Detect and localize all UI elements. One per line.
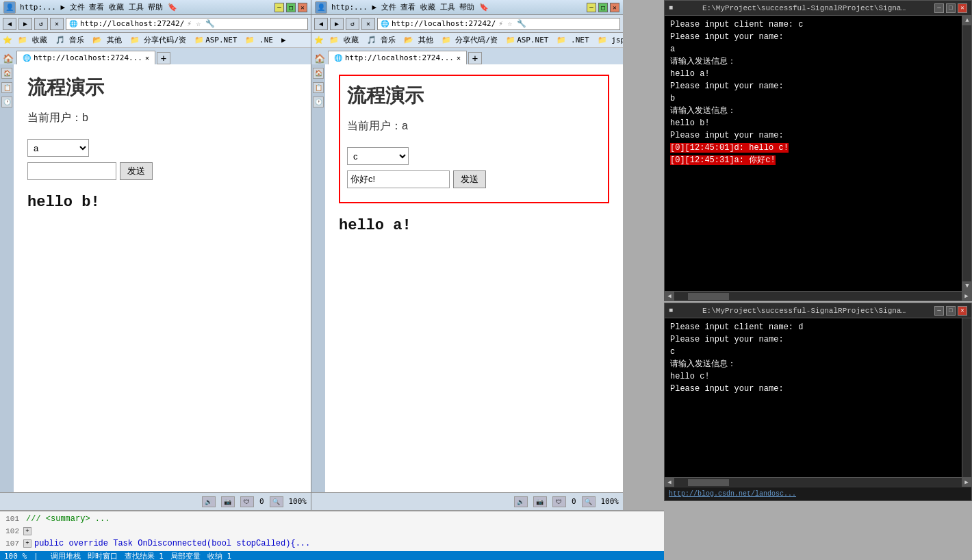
- tab-right-main[interactable]: 🌐 http://localhost:2724... ✕: [328, 51, 467, 64]
- stop-button-left[interactable]: ✕: [50, 18, 64, 30]
- browser-left-close[interactable]: ✕: [298, 3, 307, 12]
- tab-left-close[interactable]: ✕: [145, 54, 149, 62]
- hscroll-left-bot[interactable]: ◀: [665, 478, 674, 487]
- sidebar-icon-2-right[interactable]: 📋: [313, 82, 324, 93]
- bookmark-share-left[interactable]: 📁 分享代码/资: [127, 34, 189, 46]
- current-user-right: 当前用户：a: [347, 119, 601, 133]
- bookmark-aspnet-left[interactable]: 📁 ASP.NET: [192, 35, 240, 45]
- terminal-top-scrollbar[interactable]: ▲ ▼: [962, 16, 971, 291]
- bookmark-music-right[interactable]: 🎵 音乐: [364, 34, 399, 46]
- bookmark-favorites-left[interactable]: 📁 收藏: [15, 34, 50, 46]
- send-button-left[interactable]: 发送: [120, 162, 153, 180]
- term-top-line-4: hello a!: [670, 68, 956, 80]
- bookmark-ne-left[interactable]: 📁 .NE: [242, 35, 276, 45]
- expand-btn-102[interactable]: +: [23, 527, 31, 535]
- status-zoom-right[interactable]: 🔍: [582, 496, 596, 507]
- terminal-top-minimize[interactable]: ─: [934, 3, 944, 13]
- status-zoom-left[interactable]: 🔍: [270, 496, 283, 507]
- bookmark-favorites-right[interactable]: 📁 收藏: [327, 34, 361, 46]
- sidebar-icon-1-left[interactable]: 🏠: [1, 68, 12, 79]
- code-line-107: 107 + public override Task OnDisconnecte…: [0, 537, 664, 550]
- browser-left-maximize[interactable]: □: [286, 3, 296, 12]
- tab-add-right[interactable]: +: [468, 52, 482, 64]
- status-locals[interactable]: 局部变量: [170, 551, 201, 560]
- hscroll-right-top[interactable]: ▶: [962, 292, 971, 301]
- code-text-101: /// <summary> ...: [26, 514, 110, 524]
- tab-right-label: http://localhost:2724...: [345, 53, 454, 62]
- sidebar-icon-2-left[interactable]: 📋: [1, 82, 12, 93]
- message-input-left[interactable]: [27, 162, 116, 180]
- terminal-bottom-scrollbar[interactable]: [962, 318, 971, 477]
- browser-right-close[interactable]: ✕: [610, 3, 619, 12]
- bookmark-share-right[interactable]: 📁 分享代码/资: [439, 34, 500, 46]
- back-button-right[interactable]: ◀: [314, 18, 328, 30]
- status-immediate[interactable]: 即时窗口: [88, 551, 118, 560]
- refresh-button-left[interactable]: ↺: [34, 18, 48, 30]
- status-call-stack[interactable]: 调用堆栈: [51, 551, 81, 560]
- tab-right-close[interactable]: ✕: [457, 54, 461, 62]
- recipient-select-left[interactable]: a b c: [27, 139, 89, 157]
- code-lines: 101 /// <summary> ... 102 + 107 + public…: [0, 511, 664, 551]
- status-collect[interactable]: 收纳 1: [207, 551, 231, 560]
- browser-right: 👤 http:... ▶ 文件 查看 收藏 工具 帮助 🔖 ─ □ ✕ ◀ ▶ …: [311, 0, 623, 510]
- status-sound-right[interactable]: 🔊: [514, 496, 528, 507]
- browser-right-minimize[interactable]: ─: [587, 3, 596, 12]
- scroll-up-top[interactable]: ▲: [962, 16, 971, 25]
- send-button-right[interactable]: 发送: [453, 170, 486, 188]
- address-bar-left[interactable]: 🌐 http://localhost:27242/ ⚡ ☆ 🔧: [66, 18, 308, 30]
- terminal-bottom-maximize[interactable]: □: [946, 306, 956, 316]
- refresh-button-right[interactable]: ↺: [346, 18, 359, 30]
- zoom-level: 100 %: [4, 552, 27, 560]
- bookmark-net-right[interactable]: 📁 .NET: [554, 35, 591, 45]
- hscroll-right-bot[interactable]: ▶: [962, 478, 971, 487]
- main-layout: 👤 http:... ▶ 文件 查看 收藏 工具 帮助 🔖 ─ □ ✕ ◀ ▶ …: [0, 0, 972, 560]
- sidebar-icon-3-right[interactable]: 🕐: [313, 97, 324, 107]
- bookmark-jsp-right[interactable]: 📁 jsp: [595, 35, 623, 45]
- footer-url[interactable]: http://blog.csdn.net/landosc...: [669, 490, 796, 498]
- home-icon-left[interactable]: 🏠: [3, 53, 14, 64]
- status-cam-left[interactable]: 📷: [221, 496, 235, 507]
- bookmark-other-left[interactable]: 📂 其他: [90, 34, 125, 46]
- page-title-left: 流程演示: [27, 75, 297, 101]
- address-bar-right[interactable]: 🌐 http://localhost:27242/ ⚡ ☆ 🔧: [377, 18, 620, 30]
- forward-button-left[interactable]: ▶: [18, 18, 32, 30]
- sidebar-icon-3-left[interactable]: 🕐: [1, 97, 12, 107]
- home-icon-right[interactable]: 🏠: [314, 53, 325, 64]
- terminal-bottom-icon: ■: [669, 307, 673, 314]
- message-display-right: hello a!: [339, 217, 609, 234]
- hscroll-thumb-bot[interactable]: [688, 479, 729, 486]
- tab-add-left[interactable]: +: [157, 52, 170, 64]
- browser-left-status: 🔊 📷 🛡 0 🔍 100%: [0, 492, 311, 510]
- bookmark-other-right[interactable]: 📂 其他: [401, 34, 436, 46]
- forward-button-right[interactable]: ▶: [330, 18, 344, 30]
- back-button-left[interactable]: ◀: [3, 18, 16, 30]
- terminal-top-maximize[interactable]: □: [946, 3, 956, 13]
- line-num-102: 102: [3, 527, 23, 535]
- terminal-top-close[interactable]: ✕: [958, 3, 967, 13]
- hscroll-left-top[interactable]: ◀: [665, 292, 674, 301]
- bookmarks-left: ⭐ 📁 收藏 🎵 音乐 📂 其他 📁 分享代码/资 📁 ASP.NET 📁 .N…: [0, 33, 311, 48]
- sidebar-icon-1-right[interactable]: 🏠: [313, 68, 324, 79]
- hscroll-thumb-top[interactable]: [688, 293, 729, 300]
- status-cam-right[interactable]: 📷: [533, 496, 547, 507]
- tab-left-main[interactable]: 🌐 http://localhost:2724... ✕: [16, 51, 155, 64]
- recipient-select-right[interactable]: a b c: [347, 147, 409, 165]
- status-sound-left[interactable]: 🔊: [202, 496, 216, 507]
- browser-right-win-buttons: ─ □ ✕: [587, 3, 619, 12]
- browser-left-minimize[interactable]: ─: [274, 3, 284, 12]
- message-input-right[interactable]: [347, 170, 450, 188]
- expand-btn-107[interactable]: +: [23, 539, 31, 548]
- line-num-107: 107: [3, 539, 23, 548]
- status-find-result[interactable]: 查找结果 1: [125, 551, 164, 560]
- bookmark-music-left[interactable]: 🎵 音乐: [53, 34, 88, 46]
- browser-right-sidebar: 🏠 📋 🕐: [311, 64, 325, 492]
- bookmark-aspnet-right[interactable]: 📁 ASP.NET: [503, 35, 551, 45]
- terminal-bottom-close[interactable]: ✕: [958, 306, 967, 316]
- browser-right-maximize[interactable]: □: [598, 3, 608, 12]
- terminal-bottom-minimize[interactable]: ─: [934, 306, 944, 316]
- scroll-down-top[interactable]: ▼: [962, 281, 971, 291]
- bookmark-more-left[interactable]: ▶: [279, 35, 289, 45]
- term-bot-line-3: 请输入发送信息：: [670, 358, 956, 370]
- stop-button-right[interactable]: ✕: [361, 18, 375, 30]
- term-bot-line-4: hello c!: [670, 370, 956, 383]
